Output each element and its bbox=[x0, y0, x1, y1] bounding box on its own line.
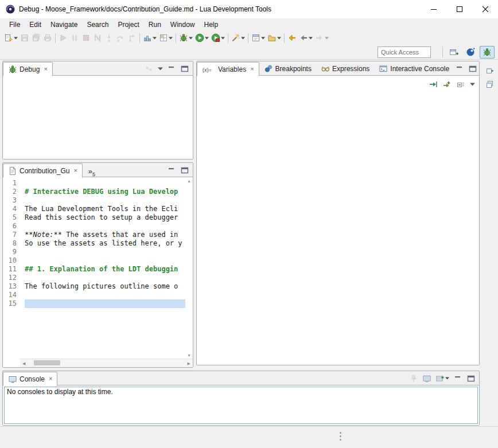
dropdown-arrow-icon[interactable] bbox=[445, 377, 449, 380]
editor-tab-overflow-button[interactable]: 5 bbox=[83, 166, 99, 177]
dropdown-arrow-icon[interactable] bbox=[205, 37, 209, 40]
last-edit-location-button[interactable] bbox=[286, 32, 298, 44]
tab-variables[interactable]: (x)=Variables bbox=[197, 62, 259, 76]
new-package-button[interactable] bbox=[266, 32, 282, 44]
remove-terminated-icon bbox=[145, 64, 154, 73]
editor-content: 123456789101112131415 # Interactive DEBU… bbox=[3, 177, 193, 367]
tab-breakpoints[interactable]: Breakpoints bbox=[259, 62, 316, 76]
editor-line bbox=[25, 196, 185, 205]
bug-icon bbox=[483, 48, 492, 57]
minimize-icon bbox=[167, 64, 176, 73]
quick-access-input[interactable]: Quick Access bbox=[378, 46, 431, 58]
minimize-view-button[interactable] bbox=[452, 372, 464, 385]
minimize-view-button[interactable] bbox=[166, 63, 177, 75]
editor-vertical-scrollbar[interactable] bbox=[185, 177, 193, 359]
dropdown-arrow-icon[interactable] bbox=[325, 37, 329, 40]
open-type-button[interactable] bbox=[250, 32, 266, 44]
dropdown-arrow-icon[interactable] bbox=[277, 37, 281, 40]
editor-line bbox=[25, 291, 185, 299]
menu-run[interactable]: Run bbox=[144, 20, 166, 30]
profile-button[interactable] bbox=[142, 32, 158, 44]
status-bar bbox=[0, 426, 498, 448]
external-tools-button[interactable] bbox=[210, 32, 226, 44]
collapse-all-button[interactable] bbox=[455, 78, 466, 91]
toolbar-divider bbox=[0, 59, 498, 60]
toolbar-separator bbox=[284, 33, 285, 43]
window-close-button[interactable] bbox=[472, 0, 498, 18]
pin-console-button bbox=[408, 372, 419, 385]
open-perspective-button[interactable] bbox=[446, 46, 461, 59]
menu-project[interactable]: Project bbox=[113, 20, 143, 30]
menu-file[interactable]: File bbox=[5, 20, 25, 30]
debug-launch-button[interactable] bbox=[178, 32, 194, 44]
dropdown-arrow-icon[interactable] bbox=[221, 37, 225, 40]
restore-minimized-view-button[interactable] bbox=[484, 64, 496, 77]
view-menu-button[interactable] bbox=[469, 78, 476, 91]
tab-debug[interactable]: Debug bbox=[3, 62, 53, 76]
editor-text-area[interactable]: # Interactive DEBUG using Lua DevelopThe… bbox=[25, 177, 185, 359]
console-output-area[interactable]: No consoles to display at this time. bbox=[4, 387, 478, 424]
add-watch-expression-button[interactable] bbox=[441, 78, 453, 91]
editor-horizontal-scrollbar[interactable] bbox=[20, 359, 193, 367]
show-logical-structure-button[interactable] bbox=[427, 78, 439, 91]
tab-close-icon[interactable] bbox=[44, 66, 47, 72]
dropdown-arrow-icon[interactable] bbox=[169, 37, 173, 40]
dropdown-arrow-icon[interactable] bbox=[14, 37, 18, 40]
tab-expressions[interactable]: Expressions bbox=[316, 62, 374, 76]
resize-grip[interactable] bbox=[340, 432, 341, 434]
restore-view2-icon bbox=[485, 80, 495, 89]
scrollbar-thumb[interactable] bbox=[34, 360, 60, 365]
menu-window[interactable]: Window bbox=[166, 20, 200, 30]
tab-close-icon[interactable] bbox=[49, 376, 52, 382]
tab-interactive-console[interactable]: Interactive Console bbox=[374, 62, 454, 76]
menu-help[interactable]: Help bbox=[200, 20, 223, 30]
dropdown-arrow-icon[interactable] bbox=[241, 37, 245, 40]
tab-console[interactable]: Console bbox=[3, 372, 57, 386]
open-console-button[interactable] bbox=[434, 372, 450, 385]
tab-contribution-guide[interactable]: Contribution_Gu bbox=[3, 163, 83, 178]
lua-perspective-icon bbox=[466, 48, 475, 57]
view-menu-button[interactable] bbox=[157, 63, 164, 75]
line-number-gutter[interactable]: 123456789101112131415 bbox=[3, 177, 20, 359]
display-selected-console-button[interactable] bbox=[421, 372, 433, 385]
menu-edit[interactable]: Edit bbox=[25, 20, 46, 30]
restore-minimized-view-2-button[interactable] bbox=[484, 78, 496, 91]
scroll-left-icon[interactable] bbox=[22, 361, 25, 365]
open-task-button[interactable] bbox=[230, 32, 246, 44]
minimize-window-icon bbox=[431, 6, 437, 12]
new-button[interactable] bbox=[3, 32, 19, 44]
scroll-up-icon[interactable] bbox=[187, 179, 191, 183]
minimize-view-button[interactable] bbox=[166, 164, 177, 177]
back-button[interactable] bbox=[298, 32, 314, 44]
maximize-view-button[interactable] bbox=[467, 63, 478, 75]
tab-close-icon[interactable] bbox=[250, 66, 254, 72]
scroll-right-icon[interactable] bbox=[188, 361, 190, 365]
window-minimize-button[interactable] bbox=[421, 0, 446, 18]
tab-label: Contribution_Gu bbox=[20, 167, 69, 175]
menu-search[interactable]: Search bbox=[82, 20, 113, 30]
tab-close-icon[interactable] bbox=[73, 167, 77, 174]
scroll-down-icon[interactable] bbox=[187, 353, 191, 357]
coverage-button[interactable] bbox=[158, 32, 174, 44]
menu-navigate[interactable]: Navigate bbox=[46, 20, 82, 30]
maximize-view-button[interactable] bbox=[465, 372, 477, 385]
minimize-icon bbox=[167, 166, 176, 175]
editor-line: ## 1. Explanation of the LDT debuggin bbox=[25, 265, 185, 274]
variables-content[interactable] bbox=[197, 75, 479, 365]
dropdown-arrow-icon[interactable] bbox=[309, 37, 313, 40]
window-maximize-button[interactable] bbox=[446, 0, 472, 18]
dropdown-arrow-icon[interactable] bbox=[189, 37, 193, 40]
dropdown-arrow-icon[interactable] bbox=[153, 37, 157, 40]
view-menu-icon bbox=[470, 83, 475, 86]
debug-perspective-button[interactable] bbox=[480, 46, 495, 59]
maximize-view-button[interactable] bbox=[179, 63, 190, 75]
dropdown-arrow-icon[interactable] bbox=[261, 37, 265, 40]
toolbar-separator bbox=[442, 46, 443, 58]
save-icon bbox=[20, 33, 29, 42]
maximize-view-button[interactable] bbox=[179, 164, 190, 177]
run-launch-button[interactable] bbox=[194, 32, 210, 44]
debug-view-content[interactable] bbox=[3, 75, 193, 159]
minimize-view-button[interactable] bbox=[454, 63, 465, 75]
lua-perspective-button[interactable] bbox=[463, 46, 478, 59]
remove-terminated-button bbox=[143, 63, 155, 75]
